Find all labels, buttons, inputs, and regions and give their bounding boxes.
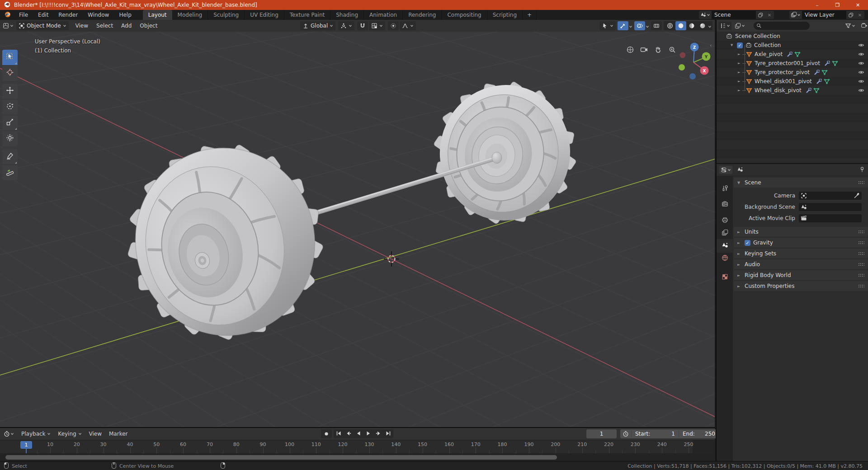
workspace-tab-rendering[interactable]: Rendering: [403, 10, 442, 20]
tool-annotate[interactable]: [2, 149, 18, 165]
panel-drag-dots[interactable]: [858, 241, 864, 244]
expander-down-icon[interactable]: ▼: [731, 43, 735, 47]
outliner-filter-dropdown[interactable]: [845, 23, 855, 29]
new-scene-button[interactable]: [756, 11, 765, 19]
property-field-background-scene[interactable]: [799, 203, 862, 211]
panel-header-audio[interactable]: ►Audio: [734, 259, 868, 269]
expander-right-icon[interactable]: ►: [738, 61, 742, 65]
pan-view-button[interactable]: [652, 44, 664, 56]
expander-right-icon[interactable]: ►: [738, 52, 742, 56]
snapping-dropdown[interactable]: [369, 21, 385, 30]
topbar-menu-help[interactable]: Help: [114, 10, 136, 20]
hide-in-viewport-toggle[interactable]: [858, 78, 864, 86]
hide-in-viewport-toggle[interactable]: [858, 69, 864, 77]
properties-editor-type-button[interactable]: [719, 166, 732, 174]
outliner-row[interactable]: ► Tyre_protector_pivot: [717, 68, 868, 77]
properties-tab-render[interactable]: [717, 198, 733, 212]
collection-checkbox[interactable]: ✓: [737, 42, 743, 48]
workspace-tab-scripting[interactable]: Scripting: [487, 10, 523, 20]
shading-wireframe-button[interactable]: [665, 21, 675, 30]
jump-to-end-button[interactable]: [383, 430, 393, 438]
panel-header-custom-properties[interactable]: ►Custom Properties: [734, 281, 868, 291]
eyedropper-icon[interactable]: [854, 193, 860, 199]
panel-drag-dots[interactable]: [858, 284, 864, 288]
remove-view-layer-button[interactable]: ✕: [855, 11, 864, 19]
outliner-row[interactable]: ► Tyre_protector001_pivot: [717, 59, 868, 68]
tool-cursor[interactable]: [2, 66, 18, 81]
topbar-menu-edit[interactable]: Edit: [33, 10, 53, 20]
outliner-editor-type-button[interactable]: [718, 22, 731, 30]
tool-scale[interactable]: [2, 115, 18, 131]
hide-in-viewport-toggle[interactable]: [858, 60, 864, 68]
timeline-menu-marker[interactable]: Marker: [105, 428, 131, 440]
outliner-row[interactable]: Scene Collection: [717, 32, 868, 41]
workspace-tab-shading[interactable]: Shading: [330, 10, 364, 20]
outliner-search-input[interactable]: [754, 22, 810, 30]
timeline-menu-playback[interactable]: Playback: [18, 428, 54, 440]
new-collection-button[interactable]: [861, 22, 867, 30]
overlays-dropdown[interactable]: [646, 22, 649, 30]
editor-type-button[interactable]: [3, 23, 14, 29]
workspace-tab-compositing[interactable]: Compositing: [442, 10, 487, 20]
grid-perspective-button[interactable]: [624, 44, 636, 56]
current-frame-field[interactable]: 1: [586, 429, 617, 438]
expander-right-icon[interactable]: ►: [738, 70, 742, 74]
outliner-row[interactable]: ▼ ✓ Collection: [717, 41, 868, 50]
tool-select-box[interactable]: [2, 50, 18, 66]
tool-rotate[interactable]: [2, 99, 18, 115]
workspace-tab-layout[interactable]: Layout: [143, 10, 172, 20]
panel-drag-dots[interactable]: [858, 252, 864, 255]
viewport-menu-add[interactable]: Add: [117, 20, 136, 32]
show-overlays-toggle[interactable]: [634, 21, 645, 30]
snapping-toggle[interactable]: [357, 21, 368, 30]
minimize-button[interactable]: –: [807, 0, 827, 10]
outliner-row[interactable]: ► Wheel_disk_pivot: [717, 86, 868, 95]
current-frame-badge[interactable]: 1: [20, 441, 32, 449]
play-button[interactable]: [363, 430, 373, 438]
xray-toggle[interactable]: [651, 21, 662, 30]
hide-in-viewport-toggle[interactable]: [858, 42, 864, 50]
property-field-active-movie-clip[interactable]: [799, 214, 862, 222]
timeline-menu-view[interactable]: View: [85, 428, 105, 440]
viewport-3d-scene[interactable]: [0, 32, 715, 427]
viewport-menu-select[interactable]: Select: [92, 20, 117, 32]
properties-tab-view-layer[interactable]: [717, 226, 733, 240]
camera-view-button[interactable]: [638, 44, 650, 56]
axis-gizmo[interactable]: Z Y X: [674, 38, 713, 88]
viewport-menu-view[interactable]: View: [71, 20, 92, 32]
pivot-point-dropdown[interactable]: [338, 21, 354, 30]
panel-drag-dots[interactable]: [858, 273, 864, 277]
viewport-menu-object[interactable]: Object: [136, 20, 161, 32]
workspace-tab-sculpting[interactable]: Sculpting: [208, 10, 245, 20]
add-workspace-button[interactable]: +: [523, 10, 537, 20]
end-frame-field[interactable]: End:250: [679, 431, 719, 437]
show-gizmo-toggle[interactable]: [618, 21, 628, 30]
workspace-tab-texture-paint[interactable]: Texture Paint: [284, 10, 330, 20]
selectability-visibility-dropdown[interactable]: [599, 21, 616, 30]
outliner-row[interactable]: ► Wheel_disk001_pivot: [717, 77, 868, 86]
timeline-editor-type-button[interactable]: [4, 431, 14, 437]
shading-material-button[interactable]: [686, 21, 697, 30]
outliner-display-mode-dropdown[interactable]: [733, 22, 746, 30]
timeline-menu-keying[interactable]: Keying: [54, 428, 85, 440]
topbar-menu-file[interactable]: File: [14, 10, 33, 20]
transform-orientation-dropdown[interactable]: Global: [300, 21, 335, 30]
property-field-camera[interactable]: [799, 192, 862, 200]
timeline-scrollbar-thumb[interactable]: [5, 455, 557, 460]
prev-keyframe-button[interactable]: [344, 430, 354, 438]
play-reverse-button[interactable]: [354, 430, 363, 438]
shading-rendered-button[interactable]: [697, 21, 708, 30]
timeline-ruler[interactable]: 1020304050607080901001101201301401501601…: [0, 440, 715, 454]
shading-dropdown[interactable]: [708, 22, 712, 30]
proportional-falloff-dropdown[interactable]: [400, 21, 416, 30]
blender-menu-icon[interactable]: [4, 11, 11, 19]
workspace-tab-animation[interactable]: Animation: [364, 10, 403, 20]
properties-tab-scene[interactable]: [717, 239, 733, 253]
viewport-3d[interactable]: Object Mode ViewSelectAddObject Global: [0, 20, 715, 427]
panel-header-gravity[interactable]: ►✓Gravity: [734, 238, 868, 248]
hide-in-viewport-toggle[interactable]: [858, 87, 864, 95]
workspace-tab-modeling[interactable]: Modeling: [172, 10, 208, 20]
expander-right-icon[interactable]: ►: [738, 89, 742, 92]
mode-dropdown[interactable]: Object Mode: [16, 21, 69, 30]
shading-solid-button[interactable]: [675, 21, 686, 30]
